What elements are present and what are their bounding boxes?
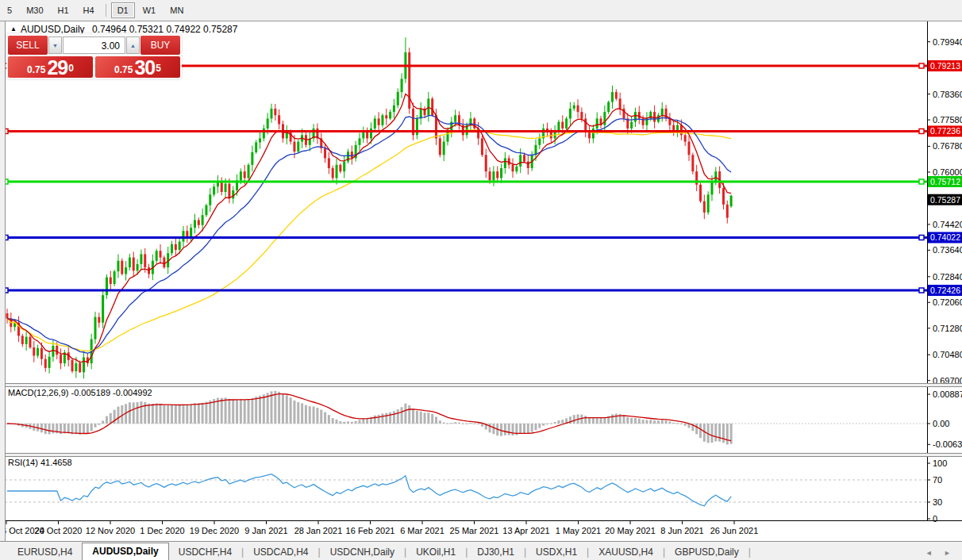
timeframe-button-mn[interactable]: MN (164, 2, 190, 18)
tab-usdcad-h4[interactable]: USDCAD,H4 (244, 544, 317, 560)
macd-histogram-bar (343, 422, 345, 424)
date-axis-label: 24 Oct 2020 (35, 526, 83, 535)
macd-histogram-bar (454, 422, 456, 424)
tab-audusd-daily[interactable]: AUDUSD,Daily (82, 543, 168, 560)
macd-histogram-bar (259, 396, 261, 424)
candle-body (182, 231, 184, 241)
date-axis-label: 9 Jan 2021 (244, 526, 287, 535)
timeframe-button-d1[interactable]: D1 (111, 2, 135, 18)
tab-ukoil-h1[interactable]: UKOil,H1 (406, 544, 465, 560)
candle-body (577, 105, 579, 112)
price-axis-label: 0.70480 (933, 350, 962, 359)
candle-body (221, 182, 223, 192)
macd-histogram-bar (404, 404, 406, 424)
price-axis-label: 0.76000 (933, 167, 962, 177)
sell-button[interactable]: SELL (8, 36, 48, 55)
macd-histogram-bar (443, 423, 445, 424)
candle-body (121, 261, 123, 274)
macd-histogram-bar (668, 421, 671, 424)
timeframe-button-h1[interactable]: H1 (52, 2, 75, 18)
timeframe-button-w1[interactable]: W1 (137, 2, 163, 18)
macd-histogram-bar (504, 424, 506, 435)
candle-body (492, 171, 494, 180)
candle-body (209, 194, 211, 205)
macd-histogram-bar (297, 402, 299, 424)
candle-body (565, 118, 568, 128)
macd-histogram-bar (267, 393, 269, 424)
macd-histogram-bar (179, 405, 181, 424)
buy-button[interactable]: BUY (140, 36, 180, 55)
candle-body (37, 348, 39, 356)
macd-histogram-bar (661, 420, 664, 424)
hline-handle[interactable] (919, 288, 924, 293)
date-axis-label: 1 May 2021 (556, 526, 601, 535)
candle-body (496, 171, 498, 178)
tab-usdx-h1[interactable]: USDX,H1 (526, 544, 587, 560)
candle-body (397, 92, 399, 105)
candle-body (98, 317, 100, 323)
price-axis-label: 0.72060 (933, 297, 962, 307)
volume-decrease-button[interactable]: ▼ (48, 36, 62, 54)
macd-histogram-bar (316, 408, 318, 424)
timeframe-button-5[interactable]: 5 (1, 2, 18, 18)
candle-body (202, 215, 204, 225)
candle-body (385, 115, 387, 118)
macd-histogram-bar (645, 420, 648, 424)
price-axis-label: 0.72840 (933, 272, 962, 282)
volume-input[interactable]: 3.00 (63, 36, 125, 54)
candle-body (179, 242, 181, 250)
tab-scroll-arrows[interactable]: ◄ ► (925, 549, 962, 560)
tab-usdchf-h4[interactable]: USDCHF,H4 (169, 544, 241, 560)
candle-body (481, 138, 483, 155)
macd-histogram-bar (44, 424, 47, 434)
macd-histogram-bar (305, 405, 307, 424)
macd-histogram-bar (714, 424, 717, 441)
chart-tab-bar: EURUSD,H4AUDUSD,DailyUSDCHF,H4|USDCAD,H4… (0, 541, 962, 560)
macd-histogram-bar (148, 404, 150, 424)
candle-body (274, 109, 276, 115)
candle-body (374, 118, 376, 128)
volume-increase-button[interactable]: ▲ (126, 36, 140, 54)
macd-histogram-bar (649, 420, 652, 424)
collapse-panel-icon[interactable]: ▲ (10, 25, 17, 33)
hline-handle[interactable] (919, 235, 924, 240)
hline-handle[interactable] (919, 63, 924, 68)
timeframe-button-m30[interactable]: M30 (20, 2, 49, 18)
tab-gbpusd-daily[interactable]: GBPUSD,Daily (665, 544, 748, 560)
tab-dj30-h1[interactable]: DJ30,H1 (468, 544, 524, 560)
macd-histogram-bar (431, 414, 433, 424)
tab-xauusd-h4[interactable]: XAUUSD,H4 (589, 544, 663, 560)
tab-usdcnh-daily[interactable]: USDCNH,Daily (321, 544, 404, 560)
tab-eurusd-h4[interactable]: EURUSD,H4 (8, 544, 82, 560)
candle-body (504, 158, 506, 168)
macd-histogram-bar (293, 401, 295, 424)
sell-price-button[interactable]: 0.75290 (8, 56, 93, 78)
candle-body (630, 122, 633, 128)
macd-histogram-bar (542, 424, 544, 426)
macd-histogram-bar (355, 421, 357, 424)
candle-body (83, 358, 85, 373)
macd-histogram-bar (75, 424, 77, 434)
price-badge-label: 0.75287 (930, 195, 960, 205)
timeframe-toolbar: 5M30H1H4D1W1MN (0, 0, 962, 21)
buy-price-button[interactable]: 0.75305 (95, 56, 180, 78)
timeframe-button-h4[interactable]: H4 (77, 2, 101, 18)
candle-body (106, 278, 108, 296)
macd-histogram-bar (209, 401, 211, 424)
sell-price-point: 0 (68, 56, 74, 80)
toolbar-separator (106, 4, 106, 17)
price-axis-label: 0.79940 (933, 37, 962, 47)
candle-body (102, 295, 104, 323)
macd-histogram-bar (527, 424, 529, 433)
macd-histogram-bar (320, 410, 322, 424)
candle-body (248, 165, 250, 178)
hline-handle[interactable] (919, 179, 924, 184)
hline-handle[interactable] (919, 128, 924, 133)
candle-body (156, 251, 158, 261)
macd-histogram-bar (301, 403, 303, 424)
macd-histogram-bar (420, 412, 422, 424)
chart-canvas[interactable]: 0.799400.783600.775800.767800.760000.744… (0, 0, 962, 560)
candle-body (79, 363, 81, 372)
candle-body (573, 105, 575, 109)
candle-body (137, 264, 139, 270)
